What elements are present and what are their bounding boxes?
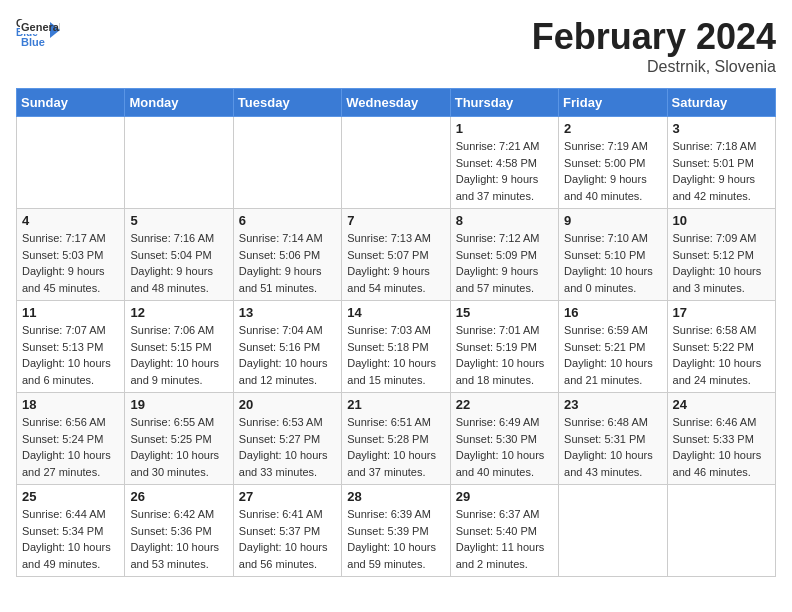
day-number: 19 — [130, 397, 227, 412]
calendar-cell: 13Sunrise: 7:04 AMSunset: 5:16 PMDayligh… — [233, 301, 341, 393]
calendar-table: SundayMondayTuesdayWednesdayThursdayFrid… — [16, 88, 776, 577]
day-info: Sunrise: 7:01 AMSunset: 5:19 PMDaylight:… — [456, 322, 553, 388]
day-number: 29 — [456, 489, 553, 504]
day-number: 25 — [22, 489, 119, 504]
day-info: Sunrise: 7:12 AMSunset: 5:09 PMDaylight:… — [456, 230, 553, 296]
calendar-week-5: 25Sunrise: 6:44 AMSunset: 5:34 PMDayligh… — [17, 485, 776, 577]
calendar-week-1: 1Sunrise: 7:21 AMSunset: 4:58 PMDaylight… — [17, 117, 776, 209]
calendar-cell — [559, 485, 667, 577]
day-number: 3 — [673, 121, 770, 136]
logo-svg: General Blue — [20, 20, 60, 50]
day-info: Sunrise: 6:58 AMSunset: 5:22 PMDaylight:… — [673, 322, 770, 388]
calendar-cell: 1Sunrise: 7:21 AMSunset: 4:58 PMDaylight… — [450, 117, 558, 209]
day-info: Sunrise: 6:49 AMSunset: 5:30 PMDaylight:… — [456, 414, 553, 480]
day-number: 22 — [456, 397, 553, 412]
calendar-cell: 28Sunrise: 6:39 AMSunset: 5:39 PMDayligh… — [342, 485, 450, 577]
calendar-cell: 9Sunrise: 7:10 AMSunset: 5:10 PMDaylight… — [559, 209, 667, 301]
weekday-header-friday: Friday — [559, 89, 667, 117]
day-number: 17 — [673, 305, 770, 320]
calendar-cell: 18Sunrise: 6:56 AMSunset: 5:24 PMDayligh… — [17, 393, 125, 485]
day-info: Sunrise: 6:41 AMSunset: 5:37 PMDaylight:… — [239, 506, 336, 572]
weekday-header-sunday: Sunday — [17, 89, 125, 117]
calendar-cell: 7Sunrise: 7:13 AMSunset: 5:07 PMDaylight… — [342, 209, 450, 301]
day-number: 8 — [456, 213, 553, 228]
calendar-cell: 5Sunrise: 7:16 AMSunset: 5:04 PMDaylight… — [125, 209, 233, 301]
calendar-cell: 3Sunrise: 7:18 AMSunset: 5:01 PMDaylight… — [667, 117, 775, 209]
day-info: Sunrise: 6:37 AMSunset: 5:40 PMDaylight:… — [456, 506, 553, 572]
calendar-cell: 8Sunrise: 7:12 AMSunset: 5:09 PMDaylight… — [450, 209, 558, 301]
day-info: Sunrise: 7:17 AMSunset: 5:03 PMDaylight:… — [22, 230, 119, 296]
day-number: 9 — [564, 213, 661, 228]
day-number: 14 — [347, 305, 444, 320]
day-info: Sunrise: 6:48 AMSunset: 5:31 PMDaylight:… — [564, 414, 661, 480]
calendar-cell: 24Sunrise: 6:46 AMSunset: 5:33 PMDayligh… — [667, 393, 775, 485]
day-number: 11 — [22, 305, 119, 320]
day-info: Sunrise: 6:39 AMSunset: 5:39 PMDaylight:… — [347, 506, 444, 572]
calendar-cell: 21Sunrise: 6:51 AMSunset: 5:28 PMDayligh… — [342, 393, 450, 485]
day-info: Sunrise: 6:53 AMSunset: 5:27 PMDaylight:… — [239, 414, 336, 480]
svg-text:General: General — [21, 21, 60, 33]
calendar-week-3: 11Sunrise: 7:07 AMSunset: 5:13 PMDayligh… — [17, 301, 776, 393]
logo-container: General Blue — [20, 20, 60, 50]
calendar-cell: 17Sunrise: 6:58 AMSunset: 5:22 PMDayligh… — [667, 301, 775, 393]
calendar-cell: 20Sunrise: 6:53 AMSunset: 5:27 PMDayligh… — [233, 393, 341, 485]
day-number: 28 — [347, 489, 444, 504]
day-number: 10 — [673, 213, 770, 228]
day-number: 20 — [239, 397, 336, 412]
weekday-header-thursday: Thursday — [450, 89, 558, 117]
calendar-week-2: 4Sunrise: 7:17 AMSunset: 5:03 PMDaylight… — [17, 209, 776, 301]
day-info: Sunrise: 7:13 AMSunset: 5:07 PMDaylight:… — [347, 230, 444, 296]
day-info: Sunrise: 6:46 AMSunset: 5:33 PMDaylight:… — [673, 414, 770, 480]
month-title: February 2024 — [532, 16, 776, 58]
day-info: Sunrise: 7:19 AMSunset: 5:00 PMDaylight:… — [564, 138, 661, 204]
day-number: 16 — [564, 305, 661, 320]
calendar-cell: 22Sunrise: 6:49 AMSunset: 5:30 PMDayligh… — [450, 393, 558, 485]
day-info: Sunrise: 7:16 AMSunset: 5:04 PMDaylight:… — [130, 230, 227, 296]
day-info: Sunrise: 7:21 AMSunset: 4:58 PMDaylight:… — [456, 138, 553, 204]
svg-text:Blue: Blue — [21, 36, 45, 48]
weekday-header-row: SundayMondayTuesdayWednesdayThursdayFrid… — [17, 89, 776, 117]
calendar-cell — [125, 117, 233, 209]
calendar-cell: 6Sunrise: 7:14 AMSunset: 5:06 PMDaylight… — [233, 209, 341, 301]
calendar-cell: 26Sunrise: 6:42 AMSunset: 5:36 PMDayligh… — [125, 485, 233, 577]
weekday-header-monday: Monday — [125, 89, 233, 117]
calendar-cell: 14Sunrise: 7:03 AMSunset: 5:18 PMDayligh… — [342, 301, 450, 393]
calendar-cell — [667, 485, 775, 577]
day-number: 21 — [347, 397, 444, 412]
calendar-cell: 11Sunrise: 7:07 AMSunset: 5:13 PMDayligh… — [17, 301, 125, 393]
day-info: Sunrise: 7:14 AMSunset: 5:06 PMDaylight:… — [239, 230, 336, 296]
calendar-cell: 4Sunrise: 7:17 AMSunset: 5:03 PMDaylight… — [17, 209, 125, 301]
day-info: Sunrise: 6:51 AMSunset: 5:28 PMDaylight:… — [347, 414, 444, 480]
day-number: 26 — [130, 489, 227, 504]
calendar-cell: 12Sunrise: 7:06 AMSunset: 5:15 PMDayligh… — [125, 301, 233, 393]
day-info: Sunrise: 7:07 AMSunset: 5:13 PMDaylight:… — [22, 322, 119, 388]
day-number: 24 — [673, 397, 770, 412]
calendar-cell — [233, 117, 341, 209]
calendar-cell: 19Sunrise: 6:55 AMSunset: 5:25 PMDayligh… — [125, 393, 233, 485]
calendar-cell: 10Sunrise: 7:09 AMSunset: 5:12 PMDayligh… — [667, 209, 775, 301]
day-info: Sunrise: 6:44 AMSunset: 5:34 PMDaylight:… — [22, 506, 119, 572]
day-number: 1 — [456, 121, 553, 136]
day-info: Sunrise: 6:42 AMSunset: 5:36 PMDaylight:… — [130, 506, 227, 572]
weekday-header-wednesday: Wednesday — [342, 89, 450, 117]
day-info: Sunrise: 7:09 AMSunset: 5:12 PMDaylight:… — [673, 230, 770, 296]
day-info: Sunrise: 7:06 AMSunset: 5:15 PMDaylight:… — [130, 322, 227, 388]
weekday-header-tuesday: Tuesday — [233, 89, 341, 117]
day-number: 5 — [130, 213, 227, 228]
day-number: 12 — [130, 305, 227, 320]
calendar-cell: 29Sunrise: 6:37 AMSunset: 5:40 PMDayligh… — [450, 485, 558, 577]
weekday-header-saturday: Saturday — [667, 89, 775, 117]
day-number: 15 — [456, 305, 553, 320]
header: General Blue February 2024 Destrnik, Slo… — [16, 16, 776, 76]
location-title: Destrnik, Slovenia — [532, 58, 776, 76]
calendar-cell: 25Sunrise: 6:44 AMSunset: 5:34 PMDayligh… — [17, 485, 125, 577]
day-number: 18 — [22, 397, 119, 412]
calendar-week-4: 18Sunrise: 6:56 AMSunset: 5:24 PMDayligh… — [17, 393, 776, 485]
calendar-cell: 16Sunrise: 6:59 AMSunset: 5:21 PMDayligh… — [559, 301, 667, 393]
day-number: 6 — [239, 213, 336, 228]
day-info: Sunrise: 6:55 AMSunset: 5:25 PMDaylight:… — [130, 414, 227, 480]
day-number: 2 — [564, 121, 661, 136]
day-info: Sunrise: 6:56 AMSunset: 5:24 PMDaylight:… — [22, 414, 119, 480]
day-number: 23 — [564, 397, 661, 412]
day-info: Sunrise: 6:59 AMSunset: 5:21 PMDaylight:… — [564, 322, 661, 388]
